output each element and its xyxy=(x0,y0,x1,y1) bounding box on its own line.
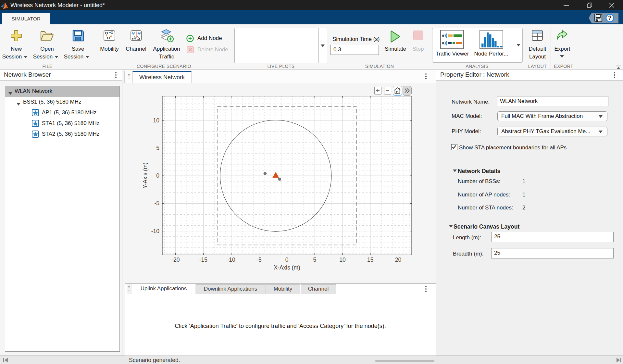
svg-text:5: 5 xyxy=(313,257,316,263)
svg-text:?: ? xyxy=(608,15,612,21)
svg-text:10: 10 xyxy=(339,257,346,263)
svg-text:20: 20 xyxy=(395,257,402,263)
svg-text:-5: -5 xyxy=(256,257,262,263)
svg-text:-20: -20 xyxy=(171,257,180,263)
svg-text:Y-Axis (m): Y-Axis (m) xyxy=(142,162,148,188)
svg-text:0: 0 xyxy=(285,257,289,263)
svg-text:5: 5 xyxy=(156,145,159,151)
svg-text:10: 10 xyxy=(153,117,160,124)
svg-text:15: 15 xyxy=(367,257,373,263)
svg-text:-5: -5 xyxy=(154,200,159,207)
svg-text:-10: -10 xyxy=(151,228,160,234)
svg-text:-10: -10 xyxy=(227,257,236,263)
svg-text:0: 0 xyxy=(156,172,159,179)
svg-text:-15: -15 xyxy=(199,257,207,263)
svg-text:X-Axis (m): X-Axis (m) xyxy=(274,264,300,271)
